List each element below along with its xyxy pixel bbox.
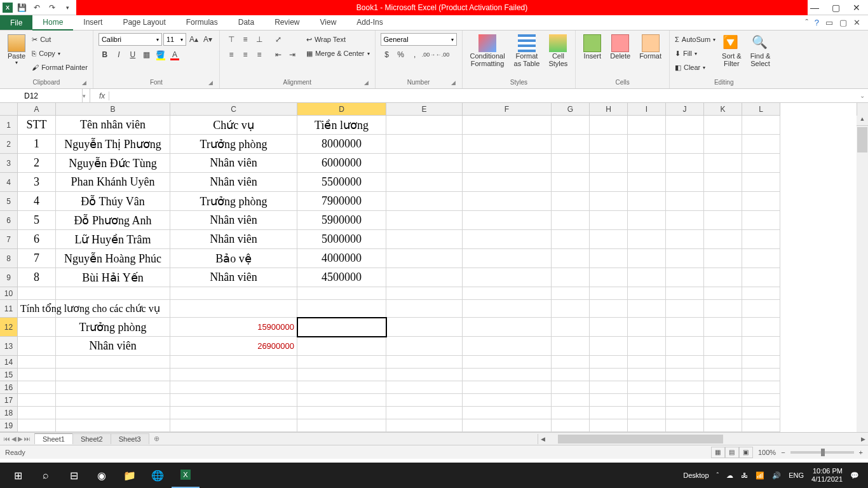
align-right-button[interactable]: ≡ [253,48,266,61]
cell[interactable] [590,318,628,337]
sheet-tab[interactable]: Sheet1 [34,433,73,444]
sheet-tab[interactable]: Sheet2 [72,433,111,444]
cell[interactable] [552,337,590,356]
cell[interactable] [297,318,386,337]
page-break-view-button[interactable]: ▣ [739,447,753,458]
row-header[interactable]: 10 [0,287,18,300]
save-icon[interactable]: 💾 [15,1,28,14]
fx-icon[interactable]: fx [95,92,109,100]
tab-view[interactable]: View [310,15,347,30]
cell[interactable] [552,135,590,154]
cell[interactable] [590,211,628,230]
bold-button[interactable]: B [98,48,111,61]
column-header[interactable]: J [666,103,704,116]
cell[interactable] [463,211,552,230]
cell[interactable] [590,300,628,318]
cell[interactable]: 26900000 [170,337,297,356]
cell[interactable] [704,318,742,337]
explorer-icon[interactable]: 📁 [116,463,144,488]
cell[interactable] [386,300,463,318]
cell[interactable] [742,116,780,135]
cell[interactable] [463,287,552,300]
cell[interactable] [666,318,704,337]
launcher-icon[interactable]: ◢ [451,79,456,86]
file-tab[interactable]: File [0,15,32,30]
cell[interactable] [18,381,56,394]
cell[interactable] [704,230,742,249]
cell[interactable]: Nhân viên [170,173,297,192]
scroll-left-icon[interactable]: ◀ [538,436,548,442]
cell[interactable] [628,318,666,337]
cell[interactable] [386,337,463,356]
launcher-icon[interactable]: ◢ [364,79,369,86]
cell[interactable]: 6000000 [297,154,386,173]
cell[interactable] [386,230,463,249]
cell[interactable] [666,268,704,287]
cell[interactable] [463,249,552,268]
column-header[interactable]: H [590,103,628,116]
cell[interactable] [552,287,590,300]
cell[interactable]: Đỗ Thúy Vân [56,192,170,211]
row-header[interactable]: 9 [0,268,18,287]
cell[interactable]: 2 [18,154,56,173]
cell[interactable] [590,369,628,381]
cell[interactable] [666,211,704,230]
cell[interactable]: 5900000 [297,211,386,230]
cell[interactable] [386,135,463,154]
onedrive-icon[interactable]: ☁ [726,471,733,480]
cell[interactable]: Tính tổng lương cho các chức vụ [18,300,56,318]
cell[interactable] [386,381,463,394]
cell[interactable]: 4500000 [297,268,386,287]
cell[interactable] [628,369,666,381]
column-header[interactable]: I [628,103,666,116]
cell[interactable] [704,192,742,211]
autosum-button[interactable]: ΣAutoSum▾ [675,33,715,46]
cell[interactable] [742,337,780,356]
font-name-combo[interactable]: Calibri▾ [98,33,162,46]
tab-add-ins[interactable]: Add-Ins [346,15,393,30]
decrease-font-button[interactable]: A▾ [201,33,214,46]
format-as-table-button[interactable]: Format as Table [512,33,543,69]
tab-insert[interactable]: Insert [73,15,112,30]
column-header[interactable]: A [18,103,56,116]
cell[interactable] [386,249,463,268]
cell[interactable] [704,211,742,230]
format-painter-button[interactable]: 🖌Format Painter [32,61,88,74]
cell[interactable] [552,394,590,407]
cell[interactable] [463,300,552,318]
cell[interactable] [552,407,590,419]
maximize-button[interactable]: ▢ [832,3,840,13]
cell[interactable] [742,381,780,394]
cell[interactable] [590,230,628,249]
row-header[interactable]: 18 [0,407,18,419]
align-bottom-button[interactable]: ⊥ [253,33,266,46]
increase-decimal-button[interactable]: .00→ [423,48,435,61]
cell[interactable] [704,173,742,192]
align-middle-button[interactable]: ≡ [239,33,252,46]
cell[interactable] [386,268,463,287]
cell[interactable] [742,135,780,154]
show-hidden-icon[interactable]: ˆ [717,471,719,479]
cell[interactable] [18,356,56,369]
cell[interactable] [386,173,463,192]
desktop-toolbar[interactable]: Desktop [683,471,709,479]
cell[interactable] [170,394,297,407]
cell[interactable] [704,407,742,419]
cell[interactable] [297,394,386,407]
column-header[interactable]: G [552,103,590,116]
cell[interactable] [742,300,780,318]
sheet-tab[interactable]: Sheet3 [111,433,149,444]
row-header[interactable]: 11 [0,300,18,318]
cell[interactable] [704,249,742,268]
notifications-icon[interactable]: 💬 [850,471,859,480]
cell[interactable]: 4000000 [297,249,386,268]
cell[interactable] [704,135,742,154]
row-header[interactable]: 2 [0,135,18,154]
prev-sheet-icon[interactable]: ◀ [11,435,17,442]
cell[interactable] [552,318,590,337]
delete-cells-button[interactable]: Delete [607,33,633,61]
cell[interactable] [666,394,704,407]
launcher-icon[interactable]: ◢ [208,79,213,86]
hscroll-thumb[interactable] [558,435,723,444]
cell[interactable] [297,300,386,318]
